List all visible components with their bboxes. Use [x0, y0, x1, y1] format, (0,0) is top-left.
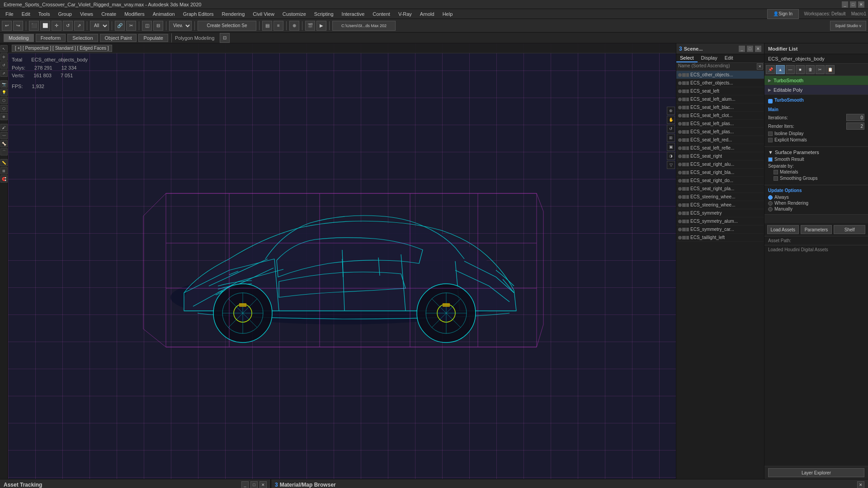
scene-close-x-btn[interactable]: ✕: [757, 63, 763, 70]
move-btn[interactable]: ✛: [52, 21, 61, 31]
vp-maximize-btn[interactable]: ⊞: [667, 134, 675, 142]
quick-sel-btn[interactable]: ▤: [262, 21, 272, 31]
scene-item-20[interactable]: ECS_taillight_left: [676, 234, 764, 242]
select-tool-btn[interactable]: ↖: [0, 45, 8, 52]
scene-minimize-btn[interactable]: _: [739, 46, 745, 52]
at-maximize-btn[interactable]: □: [250, 481, 258, 488]
studio-btn[interactable]: Squid Studio v: [830, 21, 866, 31]
scene-item-18[interactable]: ECS_symmetry_alum...: [676, 217, 764, 225]
radio-always[interactable]: [768, 195, 773, 200]
scale-btn[interactable]: ⇗: [74, 21, 84, 31]
scene-item-14[interactable]: ECS_seat_right_pla...: [676, 185, 764, 193]
radio-when-rendering[interactable]: [768, 201, 773, 206]
scene-close-btn[interactable]: ✕: [755, 46, 761, 52]
tab-modeling[interactable]: Modeling: [4, 34, 34, 42]
mod-pin-btn[interactable]: 📌: [766, 65, 775, 74]
menu-edit[interactable]: Edit: [18, 10, 34, 18]
shelf-btn[interactable]: Shelf: [834, 225, 865, 234]
mod-paste-btn[interactable]: 📋: [826, 65, 835, 74]
scene-item-5[interactable]: ECS_seat_left_clot...: [676, 112, 764, 120]
surface-params-header[interactable]: ▼ Surface Parameters: [768, 150, 864, 155]
render-scene-btn[interactable]: 🎬: [305, 21, 315, 31]
menu-animation[interactable]: Animation: [149, 10, 179, 18]
menu-arnold[interactable]: Arnold: [416, 10, 438, 18]
helpers-btn[interactable]: ⊕: [0, 113, 8, 120]
vp-orbit-btn[interactable]: ↺: [667, 125, 675, 133]
menu-scripting[interactable]: Scripting: [311, 10, 337, 18]
tab-populate[interactable]: Populate: [138, 34, 168, 42]
load-assets-btn[interactable]: Load Assets: [767, 225, 799, 234]
scene-item-6[interactable]: ECS_seat_left_plas...: [676, 120, 764, 128]
mod-cut-btn[interactable]: ✂: [816, 65, 825, 74]
sp-smoothing-groups-checkbox[interactable]: [774, 176, 778, 181]
tab-object-paint[interactable]: Object Paint: [100, 34, 137, 42]
minimize-btn[interactable]: _: [842, 1, 848, 8]
geo-btn[interactable]: ⬡: [0, 105, 8, 112]
magnet-btn[interactable]: 🧲: [0, 175, 8, 183]
vp-filter-btn[interactable]: ▽: [667, 161, 675, 169]
menu-create[interactable]: Create: [98, 10, 120, 18]
scene-item-15[interactable]: ECS_steering_whee...: [676, 193, 764, 201]
ts-isoline-checkbox[interactable]: [768, 131, 773, 136]
scene-item-7[interactable]: ECS_seat_left_plas...: [676, 128, 764, 136]
tab-select[interactable]: Select: [676, 54, 698, 62]
scene-item-8[interactable]: ECS_seat_left_red...: [676, 136, 764, 144]
maximize-btn[interactable]: □: [850, 1, 856, 8]
scene-item-2[interactable]: ECS_seat_left: [676, 87, 764, 95]
rotate-tool-btn[interactable]: ↺: [0, 61, 8, 69]
modifier-turbosmooth[interactable]: ▶ TurboSmooth: [764, 76, 868, 85]
menu-interactive[interactable]: Interactive: [338, 10, 368, 18]
menu-help[interactable]: Help: [439, 10, 457, 18]
render-mode-dropdown[interactable]: View: [169, 21, 192, 31]
scene-item-11[interactable]: ECS_seat_right_alu...: [676, 160, 764, 169]
tab-display[interactable]: Display: [698, 54, 721, 62]
scene-item-0[interactable]: ECS_other_objects...: [676, 71, 764, 79]
radio-manually[interactable]: [768, 207, 773, 211]
create-sel-btn[interactable]: Create Selection Se: [198, 21, 256, 31]
menu-graph-editors[interactable]: Graph Editors: [179, 10, 217, 18]
rotate-btn[interactable]: ↺: [63, 21, 73, 31]
scene-item-17[interactable]: ECS_symmetry: [676, 209, 764, 217]
nurbs-btn[interactable]: ⌒: [0, 148, 8, 155]
scene-maximize-btn[interactable]: □: [747, 46, 753, 52]
scene-item-3[interactable]: ECS_seat_left_alum...: [676, 95, 764, 103]
scene-item-4[interactable]: ECS_seat_left_blac...: [676, 103, 764, 112]
scene-item-16[interactable]: ECS_steering_whee...: [676, 201, 764, 209]
ts-iterations-input[interactable]: [846, 114, 864, 121]
modifier-editable-poly[interactable]: ▶ Editable Poly: [764, 85, 868, 95]
poly-mode-btn[interactable]: ⊡: [220, 33, 230, 43]
menu-content[interactable]: Content: [369, 10, 394, 18]
sp-materials-checkbox[interactable]: [774, 170, 778, 174]
vp-display-btn[interactable]: ▣: [667, 143, 675, 151]
sp-smooth-result-checkbox[interactable]: [768, 157, 773, 162]
ts-explicit-checkbox[interactable]: [768, 138, 773, 142]
unlink-btn[interactable]: ✂: [126, 21, 136, 31]
render-active-btn[interactable]: ▶: [316, 21, 326, 31]
ts-render-iters-input[interactable]: [846, 122, 864, 130]
vp-pan-btn[interactable]: ✋: [667, 116, 675, 124]
path-btn[interactable]: C:\Users\St...ds Max 202: [332, 21, 396, 31]
mirror-btn[interactable]: ◫: [142, 21, 152, 31]
layer-btn[interactable]: ⊕: [289, 21, 299, 31]
move-tool-btn[interactable]: ✛: [0, 53, 8, 61]
layer-explorer-btn[interactable]: Layer Explorer: [768, 468, 864, 477]
tab-selection[interactable]: Selection: [67, 34, 98, 42]
menu-customize[interactable]: Customize: [279, 10, 310, 18]
redo-btn[interactable]: ↪: [13, 21, 23, 31]
vp-shading-btn[interactable]: ◑: [667, 152, 675, 160]
undo-btn[interactable]: ↩: [2, 21, 12, 31]
menu-group[interactable]: Group: [54, 10, 75, 18]
parameters-btn[interactable]: Parameters: [801, 225, 832, 234]
menu-civil-view[interactable]: Civil View: [249, 10, 278, 18]
light-btn[interactable]: 💡: [0, 89, 8, 96]
select-region-btn[interactable]: ⬜: [40, 21, 50, 31]
scene-item-1[interactable]: ECS_other_objects...: [676, 79, 764, 87]
menu-tools[interactable]: Tools: [35, 10, 54, 18]
select-obj-btn[interactable]: ⬛: [29, 21, 39, 31]
tab-edit[interactable]: Edit: [721, 54, 737, 62]
scene-item-13[interactable]: ECS_seat_right_do...: [676, 177, 764, 185]
grid-btn[interactable]: ⊞: [0, 167, 8, 174]
signin-btn[interactable]: 👤 Sign In: [767, 9, 799, 19]
viewport-perspective-badge[interactable]: [ +] [ Perspective ] [ Standard ] [ Edge…: [12, 45, 112, 52]
tape-btn[interactable]: 📏: [0, 159, 8, 166]
